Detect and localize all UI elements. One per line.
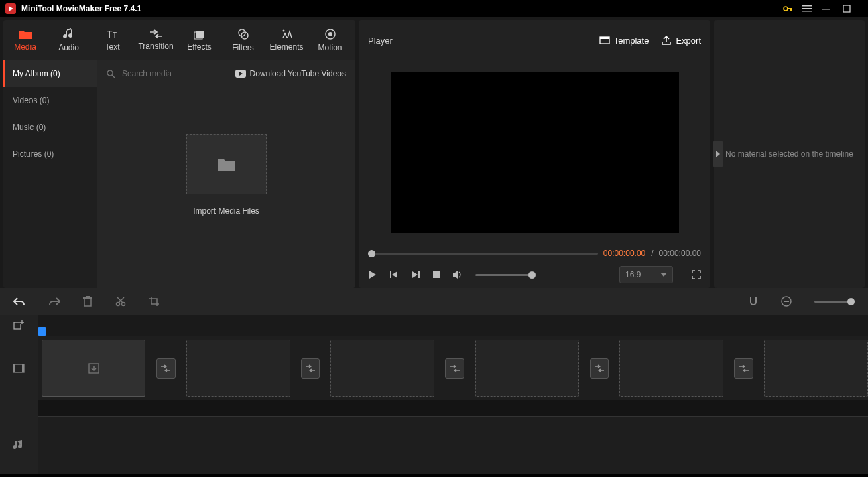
sidebar-item-label: Music (0) [13, 123, 46, 132]
crop-button[interactable] [149, 296, 160, 307]
tab-audio[interactable]: Audio [47, 20, 90, 60]
timeline-ruler[interactable] [38, 315, 868, 336]
svg-text:T: T [107, 29, 113, 40]
playhead[interactable] [42, 315, 42, 474]
clip-slot[interactable] [330, 340, 434, 397]
svg-marker-26 [392, 271, 397, 278]
search-icon [107, 70, 115, 78]
template-button[interactable]: Template [599, 35, 649, 46]
sidebar-item-myalbum[interactable]: My Album (0) [3, 60, 97, 87]
clip-slot[interactable] [764, 340, 868, 397]
snap-button[interactable] [749, 296, 758, 307]
volume-slider[interactable] [475, 274, 536, 276]
sidebar-item-pictures[interactable]: Pictures (0) [3, 141, 97, 167]
clip-slot[interactable] [475, 340, 579, 397]
svg-marker-32 [716, 151, 720, 157]
svg-marker-30 [453, 271, 458, 279]
clip-slot[interactable] [619, 340, 723, 397]
play-button[interactable] [368, 270, 377, 279]
stop-button[interactable] [432, 271, 440, 279]
add-track-button[interactable] [0, 315, 38, 336]
download-youtube-link[interactable]: Download YouTube Videos [235, 69, 346, 78]
media-panel: Media Audio TT Text Transition Effects F… [3, 20, 355, 288]
delete-button[interactable] [83, 296, 92, 307]
expand-panel-button[interactable] [713, 141, 723, 167]
tab-motion[interactable]: Motion [308, 20, 352, 60]
svg-rect-29 [433, 271, 440, 278]
filters-icon [237, 28, 249, 40]
fullscreen-button[interactable] [692, 270, 701, 279]
tab-text[interactable]: TT Text [90, 20, 134, 60]
sidebar-item-music[interactable]: Music (0) [3, 114, 97, 141]
svg-marker-31 [660, 273, 667, 277]
transition-slot[interactable] [156, 358, 175, 379]
player-panel: Player Template Export 00:00:00.00 / 00:… [359, 20, 710, 288]
sidebar-item-label: Pictures (0) [13, 149, 54, 159]
audio-track[interactable] [38, 416, 868, 474]
export-icon [661, 35, 672, 46]
menu-icon[interactable] [802, 4, 822, 13]
transition-slot[interactable] [445, 358, 464, 379]
player-viewport [391, 72, 679, 233]
tab-media[interactable]: Media [3, 20, 47, 60]
svg-text:T: T [113, 31, 117, 39]
link-label: Download YouTube Videos [250, 69, 346, 78]
export-button[interactable]: Export [661, 35, 701, 46]
seek-slider[interactable] [368, 253, 598, 255]
transition-slot[interactable] [590, 358, 609, 379]
effects-icon [194, 29, 206, 40]
svg-rect-35 [86, 296, 90, 297]
elements-icon [281, 29, 293, 40]
transition-slot[interactable] [301, 358, 320, 379]
svg-marker-24 [369, 271, 376, 279]
media-sidebar: My Album (0) Videos (0) Music (0) Pictur… [3, 60, 97, 288]
button-label: Template [614, 36, 649, 46]
clip-slot[interactable] [42, 340, 145, 397]
key-icon[interactable] [782, 3, 802, 14]
svg-line-19 [112, 75, 115, 78]
svg-marker-27 [412, 271, 418, 278]
svg-rect-40 [14, 322, 21, 329]
svg-rect-4 [802, 5, 812, 7]
split-button[interactable] [115, 296, 126, 307]
tab-label: Transition [138, 42, 173, 51]
undo-button[interactable] [13, 297, 25, 306]
sidebar-item-videos[interactable]: Videos (0) [3, 87, 97, 114]
aspect-select[interactable]: 16:9 [619, 266, 673, 283]
svg-rect-23 [600, 37, 609, 39]
folder-icon [216, 156, 237, 172]
volume-icon[interactable] [452, 270, 463, 279]
tab-filters[interactable]: Filters [221, 20, 265, 60]
svg-rect-28 [418, 271, 420, 278]
audio-track-icon [0, 416, 38, 474]
next-button[interactable] [411, 270, 420, 279]
svg-rect-34 [83, 297, 92, 299]
motion-icon [324, 28, 336, 40]
svg-rect-7 [822, 9, 830, 10]
svg-marker-0 [9, 6, 13, 11]
svg-point-17 [328, 32, 332, 36]
import-media-button[interactable] [186, 134, 267, 194]
minimize-icon[interactable] [822, 4, 843, 13]
video-track[interactable] [38, 336, 868, 400]
transition-slot[interactable] [734, 358, 753, 379]
titlebar: MiniTool MovieMaker Free 7.4.1 [0, 0, 868, 17]
tab-elements[interactable]: Elements [265, 20, 308, 60]
clip-slot[interactable] [186, 340, 290, 397]
music-icon [63, 28, 75, 40]
search-input[interactable] [122, 69, 229, 78]
maximize-icon[interactable] [843, 5, 863, 13]
sidebar-item-label: Videos (0) [13, 96, 49, 105]
redo-button[interactable] [48, 297, 60, 306]
prev-button[interactable] [389, 270, 399, 279]
zoom-slider[interactable] [814, 301, 855, 303]
tab-effects[interactable]: Effects [178, 20, 221, 60]
button-label: Export [676, 36, 701, 46]
svg-point-18 [107, 70, 113, 76]
no-selection-message: No material selected on the timeline [719, 149, 860, 159]
youtube-icon [235, 70, 246, 78]
tab-label: Media [14, 42, 36, 52]
tab-transition[interactable]: Transition [134, 20, 178, 60]
template-icon [599, 35, 610, 46]
zoom-out-button[interactable] [781, 296, 792, 307]
